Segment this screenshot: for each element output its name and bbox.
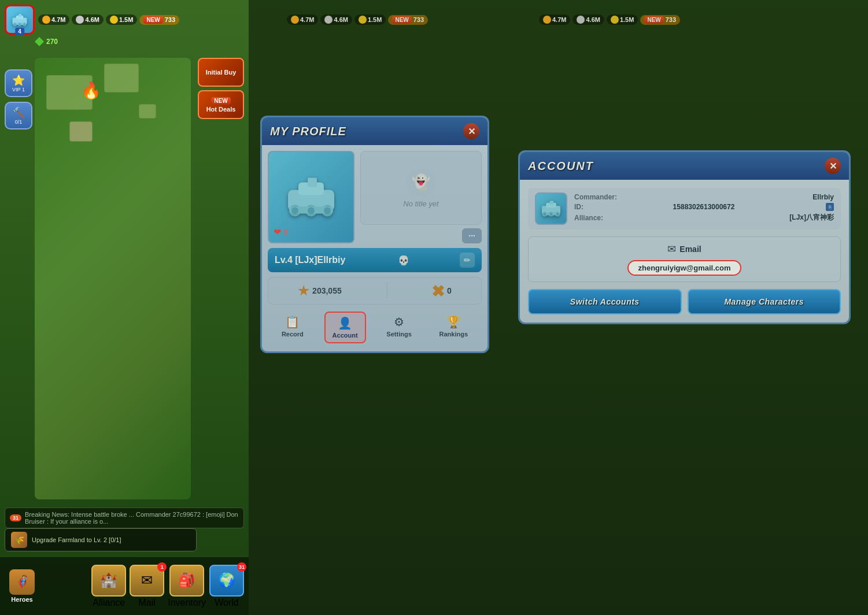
mid-new-badge: NEW (392, 16, 411, 24)
right-special: NEW 733 (640, 15, 680, 25)
account-tab-icon: 👤 (338, 316, 352, 330)
inventory-button[interactable]: 🎒 Inventory (168, 565, 206, 608)
account-info-row: Commander: Ellrbiy ID: 1588302613000672 … (528, 188, 841, 229)
svg-point-18 (308, 208, 315, 214)
mid-silver: 4.6M (320, 14, 352, 25)
mid-coin: 1.5M (354, 14, 386, 25)
id-label: ID: (574, 203, 583, 211)
svg-rect-2 (19, 14, 21, 17)
account-tab-label: Account (333, 332, 358, 339)
profile-close-button[interactable]: ✕ (463, 123, 479, 139)
heroes-label: Heroes (11, 596, 32, 603)
heroes-button[interactable]: 🦸 Heroes (5, 567, 39, 605)
world-button[interactable]: 🌍 31 World (209, 565, 244, 608)
mail-button[interactable]: ✉ 1 Mail (130, 565, 164, 608)
svg-point-28 (550, 213, 553, 216)
commander-row: Commander: Ellrbiy (574, 193, 834, 201)
account-body: Commander: Ellrbiy ID: 1588302613000672 … (520, 180, 849, 323)
alliance-label: Alliance (93, 598, 125, 608)
svg-point-27 (543, 213, 546, 216)
right-coin-icon (611, 16, 619, 24)
edit-name-button[interactable]: ✏ (460, 253, 475, 268)
account-title-bar: ACCOUNT ✕ (520, 152, 849, 180)
heart-row: ❤ 0 (274, 227, 287, 238)
gold-resource: 4.7M (38, 14, 69, 25)
hot-deals-new-badge: NEW (211, 97, 230, 105)
new-badge: NEW (143, 16, 162, 24)
craft-label: 0/1 (15, 119, 23, 125)
alliance-button[interactable]: 🏰 Alliance (91, 565, 126, 608)
vip-button[interactable]: ⭐ VIP 1 (5, 69, 32, 97)
account-actions: Switch Accounts Manage Characters (528, 289, 841, 314)
initial-buy-button[interactable]: Initial Buy (198, 58, 244, 87)
right-silver-icon (577, 16, 585, 24)
coin-resource: 1.5M (106, 14, 137, 25)
profile-dialog: MY PROFILE ✕ (260, 116, 489, 353)
right-panel: 4.7M 4.6M 1.5M NEW 733 ACCOUNT ✕ (501, 0, 868, 615)
copy-id-button[interactable]: ⎘ (826, 203, 834, 211)
mid-special: NEW 733 (388, 15, 428, 25)
right-silver-val: 4.6M (586, 16, 600, 23)
trophy-value: 203,055 (312, 286, 342, 295)
silver-value: 4.6M (85, 16, 99, 23)
coin-value: 1.5M (119, 16, 133, 23)
tab-rankings[interactable]: 🏆 Rankings (433, 312, 475, 343)
player-name-row: Lv.4 [LJx]Ellrbiy 💀 ✏ (268, 248, 482, 272)
game-map[interactable]: 🔥 (35, 58, 191, 499)
id-value: 1588302613000672 (673, 203, 735, 211)
account-avatar (535, 192, 567, 225)
more-options-button[interactable]: ··· (462, 228, 482, 243)
title-panel: 👻 No title yet (360, 151, 482, 225)
left-side-buttons: ⭐ VIP 1 🔨 0/1 (5, 69, 32, 129)
player-avatar[interactable]: 4 (5, 5, 35, 35)
initial-buy-label: Initial Buy (206, 69, 237, 76)
level-badge: 4 (15, 28, 24, 35)
stats-row: 203,055 0 (268, 277, 482, 305)
account-close-button[interactable]: ✕ (825, 158, 841, 174)
coin-icon (110, 16, 118, 24)
right-gold-val: 4.7M (552, 16, 566, 23)
craft-button[interactable]: 🔨 0/1 (5, 102, 32, 129)
profile-top: ❤ 0 👻 No title yet ··· (268, 151, 482, 243)
alliance-label: Alliance: (574, 214, 603, 222)
email-section: ✉ Email zhengruiyigw@gmail.com (528, 236, 841, 282)
manage-characters-button[interactable]: Manage Characters (688, 289, 841, 314)
alliance-value: [LJx]八宵神彩 (789, 213, 834, 223)
svg-rect-12 (308, 178, 317, 187)
hot-deals-button[interactable]: NEW Hot Deals (198, 90, 244, 119)
right-coin-val: 1.5M (620, 16, 634, 23)
heart-icon: ❤ (274, 227, 281, 238)
email-header: ✉ Email (667, 243, 701, 255)
mid-gold: 4.7M (287, 14, 318, 25)
butterfly-value: 0 (447, 286, 452, 295)
mid-coin-icon (359, 16, 367, 24)
building-3 (69, 121, 93, 142)
mid-gold-icon (291, 16, 299, 24)
special-resource: NEW 733 (139, 15, 179, 25)
email-label: Email (679, 244, 701, 254)
tab-account[interactable]: 👤 Account (324, 312, 366, 343)
heroes-icon: 🦸 (9, 569, 35, 595)
tab-settings[interactable]: ⚙ Settings (379, 312, 418, 343)
svg-point-7 (14, 23, 16, 25)
alliance-row: Alliance: [LJx]八宵神彩 (574, 213, 834, 223)
craft-icon: 🔨 (12, 106, 25, 119)
right-gold-icon (543, 16, 551, 24)
tab-record[interactable]: 📋 Record (275, 312, 311, 343)
rankings-tab-icon: 🏆 (446, 315, 461, 329)
hot-deals-label: Hot Deals (206, 106, 236, 113)
email-icon: ✉ (667, 243, 676, 255)
chat-bar[interactable]: 31 Breaking News: Intense battle broke .… (5, 507, 244, 528)
butterfly-stat: 0 (433, 285, 452, 297)
mid-top-hud: 4.7M 4.6M 1.5M NEW 733 (249, 5, 501, 35)
right-resource-bar: 4.7M 4.6M 1.5M NEW 733 (539, 14, 863, 25)
ghost-avatar: 👻 (407, 168, 435, 197)
inventory-icon: 🎒 (169, 565, 204, 597)
switch-accounts-button[interactable]: Switch Accounts (528, 289, 682, 314)
world-badge: 31 (237, 562, 246, 572)
leaf-icon (35, 37, 44, 46)
commander-label: Commander: (574, 193, 617, 201)
commander-value: Ellrbiy (812, 193, 834, 201)
settings-tab-icon: ⚙ (394, 315, 404, 329)
top-hud: 4 4.7M 4.6M 1.5M NEW 733 (0, 5, 249, 35)
